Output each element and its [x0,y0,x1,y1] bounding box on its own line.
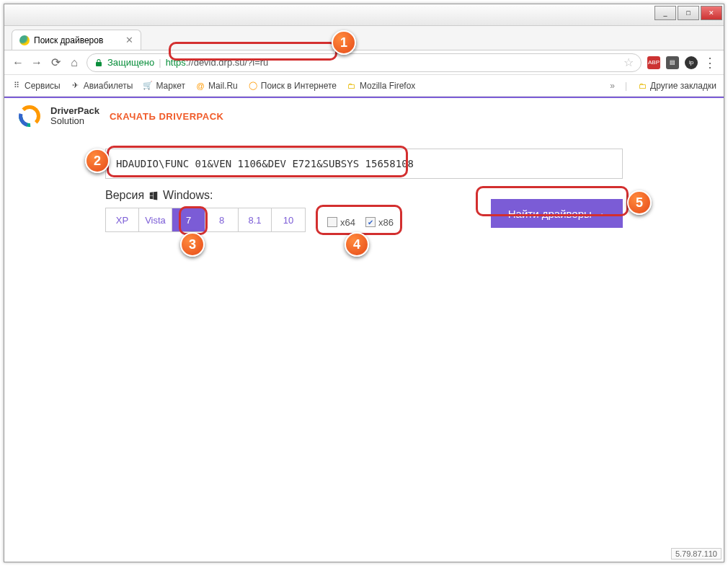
download-link[interactable]: СКАЧАТЬ DRIVERPACK [110,111,223,122]
mail-icon: @ [195,81,205,91]
minimize-button[interactable]: _ [654,6,676,20]
browser-menu-button[interactable]: ⋮ [703,55,716,71]
tab-title: Поиск драйверов [34,35,103,45]
url-text: https://devid.drp.su/?l=ru [166,57,269,68]
maximize-button[interactable]: □ [678,6,699,20]
bookmark-search[interactable]: ◯Поиск в Интернете [248,81,337,91]
annotation-marker-2: 2 [85,149,110,173]
lock-icon [94,58,103,67]
search-icon: ◯ [248,81,258,91]
ip-extension-icon[interactable]: ip [685,56,698,69]
checkbox-checked-icon [365,217,376,227]
tab-strip: Поиск драйверов ✕ [4,26,724,50]
version-8-button[interactable]: 8 [205,208,239,231]
version-label: Версия Windows: [105,189,306,202]
hardware-id-input[interactable] [105,149,623,179]
bookmark-market[interactable]: 🛒Маркет [143,81,185,91]
bookmark-star-icon[interactable]: ☆ [623,56,634,69]
folder-icon: 🗀 [347,81,357,91]
version-7-button[interactable]: 7 [172,208,205,231]
bookmarks-bar: ⠿Сервисы ✈Авиабилеты 🛒Маркет @Mail.Ru ◯П… [4,75,724,97]
annotation-marker-5: 5 [627,190,652,215]
version-xp-button[interactable]: XP [106,208,139,231]
bookmarks-overflow-button[interactable]: » [610,81,615,91]
version-vista-button[interactable]: Vista [139,208,172,231]
forward-button[interactable]: → [30,56,43,69]
bookmark-apps[interactable]: ⠿Сервисы [12,81,61,91]
close-tab-button[interactable]: ✕ [125,35,133,45]
close-window-button[interactable]: ✕ [701,6,722,20]
cart-icon: 🛒 [143,81,153,91]
windows-icon [148,190,159,200]
driverpack-logo-icon [19,105,40,127]
annotation-marker-4: 4 [345,232,369,257]
checkbox-icon [327,217,337,227]
favicon-icon [19,35,30,45]
secure-label: Защищено [107,57,154,68]
brand-text: DriverPack Solution [50,106,99,127]
version-buttons: XP Vista 7 8 8.1 10 [105,208,306,232]
options-row: Версия Windows: XP Vista 7 8 8.1 10 x64 [4,179,724,234]
architecture-options: x64 x86 [327,211,394,234]
browser-tab[interactable]: Поиск драйверов ✕ [12,30,141,50]
abp-extension-icon[interactable]: ABP [647,56,660,69]
reload-button[interactable]: ⟳ [49,56,62,69]
annotation-marker-1: 1 [332,30,356,55]
plane-icon: ✈ [71,81,81,91]
find-drivers-button[interactable]: Найти драйверы → [491,199,623,228]
browser-window: _ □ ✕ Поиск драйверов ✕ ← → ⟳ ⌂ Защищено… [4,4,724,562]
arch-x64-checkbox[interactable]: x64 [327,217,355,228]
brand-row: DriverPack Solution СКАЧАТЬ DRIVERPACK [4,98,724,134]
arch-x86-checkbox[interactable]: x86 [365,217,394,228]
bookmark-firefox[interactable]: 🗀Mozilla Firefox [347,81,415,91]
apps-icon: ⠿ [12,81,22,91]
version-10-button[interactable]: 10 [272,208,305,231]
annotation-marker-3: 3 [180,232,205,257]
page-content: DriverPack Solution СКАЧАТЬ DRIVERPACK В… [4,97,724,562]
bookmark-flights[interactable]: ✈Авиабилеты [71,81,133,91]
other-bookmarks[interactable]: 🗀Другие закладки [637,81,716,91]
address-bar[interactable]: Защищено | https://devid.drp.su/?l=ru ☆ [86,53,642,72]
titlebar: _ □ ✕ [4,4,724,26]
bookmark-mailru[interactable]: @Mail.Ru [195,81,238,91]
version-footer: 5.79.87.110 [671,548,722,560]
folder-icon: 🗀 [637,81,647,91]
extension-icon[interactable]: ▤ [666,56,679,69]
home-button[interactable]: ⌂ [68,56,81,69]
version-81-button[interactable]: 8.1 [239,208,272,231]
address-bar-row: ← → ⟳ ⌂ Защищено | https://devid.drp.su/… [4,50,724,75]
back-button[interactable]: ← [12,56,25,69]
